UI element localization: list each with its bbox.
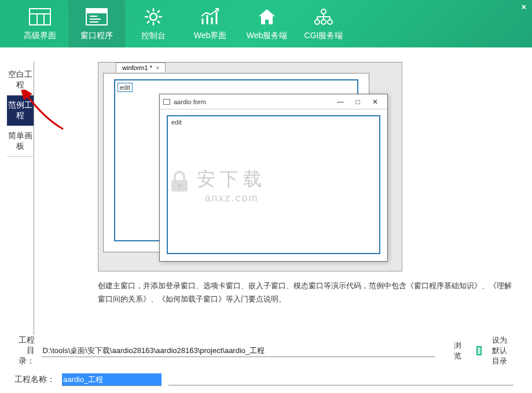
project-dir-input[interactable] xyxy=(42,344,435,357)
footer-form: 工程目录： 浏览 设为默认目录 工程名称： 取消(Esc) 创建工程(Enter… xyxy=(0,335,532,393)
chart-icon xyxy=(199,6,222,27)
default-dir-checkbox[interactable] xyxy=(476,346,482,355)
preview-front-edit: edit xyxy=(171,119,182,126)
svg-rect-5 xyxy=(86,9,107,13)
svg-line-14 xyxy=(147,10,149,13)
close-icon: ✕ xyxy=(366,98,384,106)
sidebar-item-canvas[interactable]: 简单画板 xyxy=(7,126,34,157)
maximize-icon: □ xyxy=(349,98,366,106)
sidebar-item-blank[interactable]: 空白工程 xyxy=(7,65,34,96)
gear-icon xyxy=(142,6,165,27)
window-close-icon[interactable]: × xyxy=(522,2,526,12)
svg-point-24 xyxy=(321,20,326,24)
template-sidebar: 空白工程 范例工程 简单画板 xyxy=(7,62,34,335)
close-icon: × xyxy=(156,64,159,71)
minimize-icon: — xyxy=(332,98,349,106)
nav-label: Web服务端 xyxy=(247,31,288,41)
nav-web-server[interactable]: Web服务端 xyxy=(239,0,295,47)
main-area: 空白工程 范例工程 简单画板 winform1 * × edit aardio … xyxy=(0,47,532,335)
preview-titlebar: aardio form — □ ✕ xyxy=(160,94,387,109)
nav-window-program[interactable]: 窗口程序 xyxy=(68,0,125,47)
project-name-input[interactable] xyxy=(62,373,162,386)
preview-thumbnail: winform1 * × edit aardio form — □ ✕ e xyxy=(98,62,402,271)
nav-label: 高级界面 xyxy=(24,31,56,41)
preview-back-edit: edit xyxy=(118,83,133,92)
template-description: 创建主窗口，并添加登录窗口、选项卡窗口、嵌入子窗口、模态窗口等演示代码，范例中包… xyxy=(98,280,515,306)
sidebar-item-example[interactable]: 范例工程 xyxy=(7,96,34,126)
svg-rect-0 xyxy=(30,9,50,25)
network-icon xyxy=(312,6,335,27)
nav-label: 控制台 xyxy=(141,31,166,41)
svg-line-16 xyxy=(147,21,149,23)
input-underline xyxy=(168,374,513,385)
svg-line-17 xyxy=(157,10,160,13)
nav-web-ui[interactable]: Web界面 xyxy=(182,0,239,47)
content-area: winform1 * × edit aardio form — □ ✕ e xyxy=(34,62,532,335)
window-icon xyxy=(163,99,170,105)
layout-icon xyxy=(28,6,52,27)
preview-tab-label: winform1 * xyxy=(122,64,152,71)
preview-front-window: aardio form — □ ✕ edit xyxy=(159,94,388,262)
default-dir-label: 设为默认目录 xyxy=(492,335,515,366)
window-icon xyxy=(85,6,108,27)
nav-cgi-server[interactable]: CGI服务端 xyxy=(295,0,352,47)
home-icon xyxy=(255,6,278,27)
svg-point-22 xyxy=(321,9,326,14)
preview-window-title: aardio form xyxy=(174,98,206,105)
svg-point-9 xyxy=(150,13,157,20)
project-name-label: 工程名称： xyxy=(14,374,55,385)
browse-button[interactable]: 浏览 xyxy=(454,340,461,361)
nav-console[interactable]: 控制台 xyxy=(125,0,182,47)
header-toolbar: × 高级界面 窗口程序 控制台 Web界面 Web服务端 CGI服务端 xyxy=(0,0,532,47)
svg-point-23 xyxy=(315,20,320,24)
svg-point-25 xyxy=(328,20,332,24)
nav-label: 窗口程序 xyxy=(80,31,113,41)
preview-tab: winform1 * × xyxy=(116,63,166,72)
svg-line-15 xyxy=(157,21,160,23)
nav-label: Web界面 xyxy=(194,31,227,41)
nav-label: CGI服务端 xyxy=(304,31,343,41)
nav-advanced-ui[interactable]: 高级界面 xyxy=(12,0,68,47)
project-dir-label: 工程目录： xyxy=(14,335,35,366)
